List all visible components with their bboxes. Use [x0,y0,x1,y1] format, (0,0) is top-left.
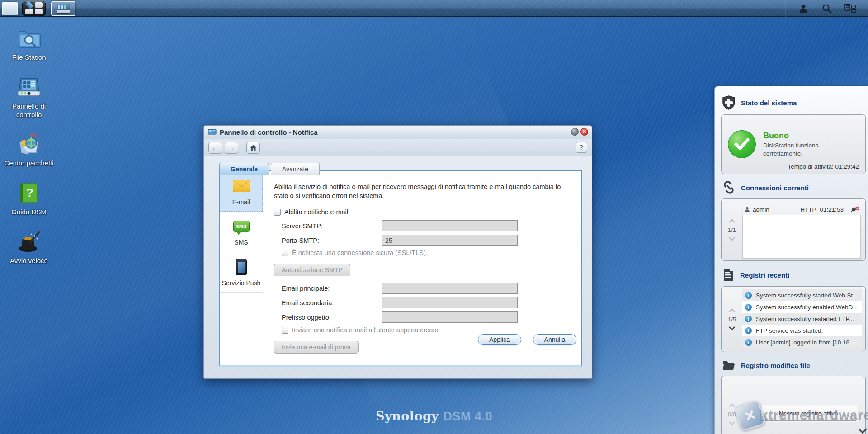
window-nav-bar: ← → ? [204,139,592,156]
recent-logs-panel: 1/5 iSystem successfully started Web St.… [721,286,866,352]
log-text: System successfully restarted FTP... [756,316,854,322]
log-row[interactable]: iUser [admin] logged in from [10.16... [742,336,862,348]
help-button[interactable]: ? [576,142,587,153]
log-row[interactable]: iSystem successfully restarted FTP... [742,313,862,325]
desktop-icon-list: File Station Pannello di controllo [4,25,54,265]
window-titlebar[interactable]: Pannello di controllo - Notifica ✕ [204,126,592,139]
user-icon [744,206,750,212]
connection-row[interactable]: admin HTTP 01:21:53 [742,203,861,215]
control-panel-thumbnail-icon [57,4,70,14]
main-menu-button[interactable] [22,1,46,16]
xtremehardware-watermark: ✕ xtremehardware.com [737,402,868,429]
taskbar-app-button-control-panel[interactable] [51,1,75,16]
pager-count: 1/1 [728,226,736,233]
notification-type-sidebar: E-mail SMS SMS Servizio Push [220,171,263,365]
quick-start-icon [16,229,42,254]
recent-logs-document-icon [722,268,735,282]
desktop-icon-label: Pannello di controllo [4,102,54,119]
ssl-checkbox[interactable] [282,250,288,256]
pager-up-icon[interactable] [729,309,735,312]
apply-button[interactable]: Applica [478,334,521,345]
system-status-value: Buono [763,131,840,141]
brand-text: Synology [376,409,439,423]
watermark-text: xtremehardware.com [760,408,868,423]
search-icon[interactable] [821,3,833,14]
desktop-icon-label: Guida DSM [11,208,47,217]
disconnect-icon[interactable] [851,206,859,212]
pager-down-icon[interactable] [729,237,735,241]
smtp-server-input[interactable] [382,220,518,231]
log-row[interactable]: iSystem successfully enabled WebD... [742,301,862,313]
desktop-icon-label: Avvio veloce [10,257,48,265]
control-panel-notification-window: Pannello di controllo - Notifica ✕ ← → ?… [203,125,592,379]
tab-avanzate[interactable]: Avanzate [271,163,320,175]
file-log-folder-icon [722,359,736,371]
back-button[interactable]: ← [208,142,222,154]
pager-up-icon[interactable] [729,219,735,223]
desktop-icon-package-center[interactable]: Centro pacchetti [4,131,54,168]
enable-email-checkbox[interactable] [274,209,281,216]
sidebar-item-push-service[interactable]: Servizio Push [220,252,263,293]
home-button[interactable] [246,142,260,154]
desktop-icon-file-station[interactable]: File Station [4,25,54,62]
log-row[interactable]: iFTP service was started. [742,325,862,336]
pager-down-icon[interactable] [729,326,735,330]
subject-prefix-label: Prefisso oggetto: [282,314,382,321]
send-test-email-button: Invia una e-mail di prova [274,341,359,354]
sms-icon: SMS [233,221,250,232]
home-icon [250,145,257,151]
tab-generale[interactable]: Generale [219,163,269,175]
email-icon [233,180,250,192]
sidebar-item-label: Servizio Push [222,279,261,287]
log-text: System successfully enabled WebD... [756,304,858,311]
email-primary-input[interactable] [382,283,518,294]
desktop-icon-label: File Station [12,53,46,62]
email-secondary-label: Email secondaria: [282,299,382,307]
logs-pager: 1/5 [722,287,742,352]
email-secondary-input[interactable] [382,297,518,308]
forward-button: → [225,142,238,154]
dsm-help-icon: ? [16,180,42,205]
smtp-port-input[interactable] [382,235,518,246]
desktop-icon-quick-start[interactable]: Avvio veloce [4,229,54,265]
svg-text:?: ? [26,186,33,199]
watermark-logo: ✕ [733,399,766,432]
uptime-text: Tempo di attività: 01:29:42 [788,163,859,170]
form-description: Abilita il servizio di notifica e-mail p… [274,183,571,200]
smtp-port-label: Porta SMTP: [282,237,382,244]
show-desktop-button[interactable] [2,2,18,15]
sidebar-item-sms[interactable]: SMS SMS [220,212,263,252]
system-health-widget: Stato del sistema Buono DiskStation funz… [714,86,868,434]
widget-section-title: Registri recenti [740,271,789,279]
user-account-icon[interactable] [797,3,809,14]
sidebar-item-email[interactable]: E-mail [220,171,263,212]
pilot-view-icon[interactable] [844,3,856,14]
mobile-phone-icon [236,259,247,275]
pager-count: 1/5 [728,316,736,323]
cancel-button[interactable]: Annulla [533,334,576,345]
checkbox-label: È richiesta una connessione sicura (SSL/… [292,249,428,256]
checkbox-label: Abilita notifiche e-mail [284,208,348,216]
menu-diamond-icon [25,1,33,9]
subject-prefix-input[interactable] [382,311,518,323]
checkbox-label: Inviare una notifica e-mail all'utente a… [292,326,439,334]
log-text: System successfully started Web St... [756,292,858,299]
sidebar-item-label: SMS [234,239,248,246]
package-center-icon [16,131,42,156]
log-row[interactable]: iSystem successfully started Web St... [742,289,862,301]
tab-bar: Generale Avanzate [204,163,592,175]
info-icon: i [745,327,752,334]
connections-pager: 1/1 [722,199,742,260]
minimize-button[interactable] [571,128,579,136]
smtp-server-label: Server SMTP: [282,222,382,230]
notify-new-user-checkbox[interactable] [282,327,288,334]
desktop-icon-dsm-help[interactable]: ? Guida DSM [4,180,54,217]
taskbar [0,0,868,17]
system-status-description: DiskStation funziona correttamente. [763,142,840,157]
desktop-icon-control-panel[interactable]: Pannello di controllo [4,74,54,119]
connection-protocol: HTTP [800,206,816,213]
close-icon[interactable]: ✕ [580,128,588,136]
system-status-shield-icon [722,95,736,110]
control-panel-icon [16,74,42,99]
desktop-icon-label: Centro pacchetti [4,159,53,168]
